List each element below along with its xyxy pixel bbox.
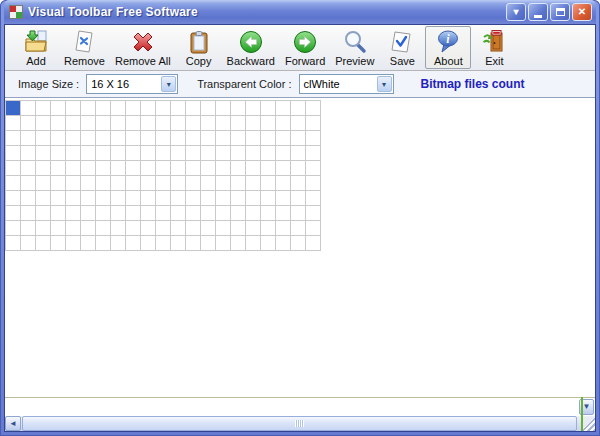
grid-cell[interactable] <box>306 236 321 251</box>
grid-cell[interactable] <box>246 146 261 161</box>
grid-cell[interactable] <box>171 221 186 236</box>
grid-cell[interactable] <box>156 191 171 206</box>
grid-cell[interactable] <box>261 131 276 146</box>
grid-cell[interactable] <box>231 146 246 161</box>
grid-cell[interactable] <box>51 101 66 116</box>
grid-cell[interactable] <box>6 221 21 236</box>
backward-button[interactable]: Backward <box>222 26 280 69</box>
grid-cell[interactable] <box>21 116 36 131</box>
grid-cell[interactable] <box>126 221 141 236</box>
grid-cell[interactable] <box>156 116 171 131</box>
image-size-select[interactable]: 16 X 16 ▾ <box>86 74 178 94</box>
grid-cell[interactable] <box>276 221 291 236</box>
grid-cell[interactable] <box>231 206 246 221</box>
grid-cell[interactable] <box>96 206 111 221</box>
grid-cell[interactable] <box>36 161 51 176</box>
grid-cell[interactable] <box>216 206 231 221</box>
grid-cell[interactable] <box>141 221 156 236</box>
grid-cell[interactable] <box>306 191 321 206</box>
grid-cell[interactable] <box>141 236 156 251</box>
grid-cell[interactable] <box>111 206 126 221</box>
grid-cell[interactable] <box>246 191 261 206</box>
grid-cell[interactable] <box>216 176 231 191</box>
grid-cell[interactable] <box>126 191 141 206</box>
grid-cell[interactable] <box>276 191 291 206</box>
grid-cell[interactable] <box>186 116 201 131</box>
grid-cell[interactable] <box>36 146 51 161</box>
grid-cell[interactable] <box>246 176 261 191</box>
grid-cell[interactable] <box>201 116 216 131</box>
grid-cell[interactable] <box>156 236 171 251</box>
grid-cell[interactable] <box>306 116 321 131</box>
grid-cell[interactable] <box>216 161 231 176</box>
grid-cell[interactable] <box>21 191 36 206</box>
grid-cell[interactable] <box>21 101 36 116</box>
grid-cell[interactable] <box>201 161 216 176</box>
grid-cell[interactable] <box>201 221 216 236</box>
grid-cell[interactable] <box>186 206 201 221</box>
grid-cell[interactable] <box>111 131 126 146</box>
grid-cell[interactable] <box>231 236 246 251</box>
grid-cell[interactable] <box>306 131 321 146</box>
grid-cell[interactable] <box>231 221 246 236</box>
remove-all-button[interactable]: Remove All <box>110 26 176 69</box>
grid-cell[interactable] <box>261 146 276 161</box>
grid-cell[interactable] <box>36 206 51 221</box>
grid-cell[interactable] <box>201 146 216 161</box>
grid-cell[interactable] <box>201 131 216 146</box>
grid-cell[interactable] <box>126 116 141 131</box>
grid-cell[interactable] <box>216 116 231 131</box>
grid-cell[interactable] <box>81 206 96 221</box>
add-button[interactable]: Add <box>13 26 59 69</box>
grid-cell[interactable] <box>21 161 36 176</box>
close-button[interactable]: ✕ <box>572 3 592 21</box>
grid-cell[interactable] <box>246 236 261 251</box>
grid-cell[interactable] <box>66 206 81 221</box>
grid-cell[interactable] <box>216 221 231 236</box>
grid-cell[interactable] <box>216 131 231 146</box>
remove-button[interactable]: Remove <box>59 26 110 69</box>
grid-cell[interactable] <box>6 116 21 131</box>
grid-cell[interactable] <box>111 116 126 131</box>
grid-cell[interactable] <box>261 236 276 251</box>
grid-cell[interactable] <box>231 116 246 131</box>
grid-cell[interactable] <box>291 101 306 116</box>
grid-cell[interactable] <box>111 161 126 176</box>
grid-cell[interactable] <box>216 146 231 161</box>
grid-cell[interactable] <box>216 236 231 251</box>
grid-cell[interactable] <box>171 146 186 161</box>
grid-cell[interactable] <box>141 116 156 131</box>
grid-cell[interactable] <box>6 191 21 206</box>
grid-cell[interactable] <box>291 176 306 191</box>
grid-cell[interactable] <box>21 146 36 161</box>
grid-cell[interactable] <box>276 131 291 146</box>
transparent-color-select[interactable]: clWhite ▾ <box>299 74 394 94</box>
grid-cell[interactable] <box>246 206 261 221</box>
grid-cell[interactable] <box>21 206 36 221</box>
grid-cell[interactable] <box>111 146 126 161</box>
grid-cell[interactable] <box>276 116 291 131</box>
grid-cell[interactable] <box>306 146 321 161</box>
grid-cell[interactable] <box>6 161 21 176</box>
grid-cell[interactable] <box>201 101 216 116</box>
grid-cell[interactable] <box>81 221 96 236</box>
grid-cell[interactable] <box>276 101 291 116</box>
grid-cell[interactable] <box>141 101 156 116</box>
grid-cell[interactable] <box>186 146 201 161</box>
grid-cell[interactable] <box>96 161 111 176</box>
grid-cell[interactable] <box>291 221 306 236</box>
grid-cell[interactable] <box>96 191 111 206</box>
grid-cell[interactable] <box>51 221 66 236</box>
grid-cell[interactable] <box>291 191 306 206</box>
grid-cell[interactable] <box>156 101 171 116</box>
grid-cell[interactable] <box>126 131 141 146</box>
grid-cell[interactable] <box>186 176 201 191</box>
grid-cell[interactable] <box>111 101 126 116</box>
grid-cell[interactable] <box>96 146 111 161</box>
grid-cell[interactable] <box>291 116 306 131</box>
grid-cell[interactable] <box>306 176 321 191</box>
grid-cell[interactable] <box>216 101 231 116</box>
grid-cell[interactable] <box>201 176 216 191</box>
grid-cell[interactable] <box>291 131 306 146</box>
grid-cell[interactable] <box>51 161 66 176</box>
